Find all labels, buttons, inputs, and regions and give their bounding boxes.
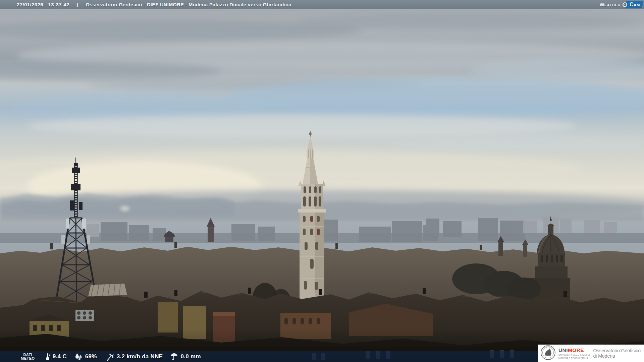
webcam-frame: 27/01/2026 - 13:37:42 | Osservatorio Geo… [0, 0, 644, 362]
brand-subtitle-line1: UNIVERSITÀ DEGLI STUDI DI [558, 354, 590, 356]
temperature-readout: 9.4 C [45, 353, 67, 361]
anemometer-icon [106, 353, 114, 361]
droplets-icon [74, 353, 83, 361]
temperature-value: 9.4 C [53, 353, 67, 360]
wind-readout: 3.2 km/h da NNE [106, 353, 163, 361]
wind-value: 3.2 km/h da NNE [117, 353, 163, 360]
rain-value: 0.0 mm [180, 353, 201, 360]
timestamp: 27/01/2026 - 13:37:42 [17, 2, 69, 7]
weathercam-cam-label: CAM [625, 1, 643, 8]
weathercam-logo: WEATHER CAM [599, 0, 643, 9]
webcam-photo [0, 0, 644, 362]
meteo-label-line2: METEO [21, 357, 35, 360]
ribbed-roof [88, 284, 127, 296]
humidity-value: 69% [85, 353, 97, 360]
header-bar: 27/01/2026 - 13:37:42 | Osservatorio Geo… [0, 0, 644, 9]
unimore-seal-icon [541, 345, 555, 361]
brand-uni: UNI [558, 347, 568, 353]
header-separator: | [77, 2, 78, 7]
weathercam-weather-label: WEATHER [599, 2, 621, 7]
camera-title: Osservatorio Geofisico - DIEF UNIMORE - … [86, 2, 291, 7]
thermometer-icon [45, 353, 50, 361]
meteo-label: DATI METEO [21, 353, 35, 360]
umbrella-icon [170, 353, 178, 361]
brand-more: MORE [568, 347, 584, 353]
observatory-name: Osservatorio Geofisico di Modena [593, 348, 641, 359]
observatory-name-line2: di Modena [593, 353, 641, 359]
brand-subtitle-line2: MODENA E REGGIO EMILIA [558, 357, 590, 359]
rain-readout: 0.0 mm [170, 353, 201, 361]
humidity-readout: 69% [74, 353, 97, 361]
camera-lens-icon [622, 2, 628, 7]
unimore-logo-box: UNIMORE UNIVERSITÀ DEGLI STUDI DI MODENA… [538, 345, 644, 362]
observatory-name-line1: Osservatorio Geofisico [593, 348, 641, 354]
unimore-wordmark: UNIMORE UNIVERSITÀ DEGLI STUDI DI MODENA… [558, 347, 590, 359]
